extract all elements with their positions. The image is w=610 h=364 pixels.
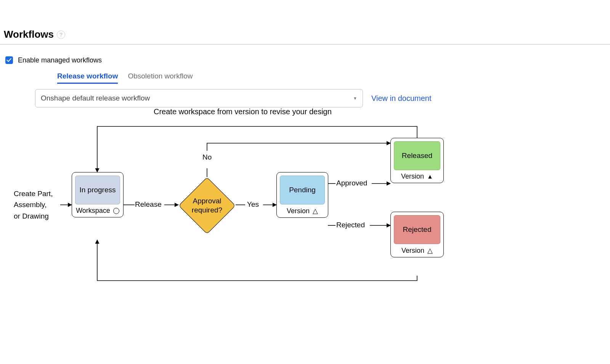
create-label: Create Part, Assembly, or Drawing [14, 188, 53, 222]
node-rejected-sub: Version [401, 247, 424, 255]
enable-label: Enable managed workflows [18, 56, 102, 64]
node-released-title: Released [394, 141, 440, 170]
page-title: Workflows ? [4, 4, 606, 44]
node-in-progress: In progress Workspace [72, 172, 124, 217]
workflow-select-value: Onshape default release workflow [41, 94, 150, 102]
workspace-circle-icon [113, 208, 119, 214]
edge-approved: Approved [336, 179, 367, 187]
diagram-top-hint: Create workspace from version to revise … [154, 107, 332, 116]
node-released: Released Version ▲ [390, 138, 444, 183]
version-solid-triangle-icon: ▲ [427, 173, 433, 180]
tabs: Release workflow Obsoletion workflow [4, 65, 606, 84]
edge-rejected: Rejected [336, 221, 365, 229]
node-released-sub: Version [401, 172, 424, 180]
node-pending-sub: Version [287, 207, 310, 215]
node-rejected: Rejected Version △ [390, 212, 444, 257]
tab-obsoletion-workflow[interactable]: Obsoletion workflow [128, 72, 193, 84]
chevron-down-icon: ▼ [353, 96, 357, 101]
edge-release: Release [135, 200, 162, 209]
enable-managed-workflows-checkbox[interactable] [5, 56, 13, 64]
node-in-progress-sub: Workspace [76, 207, 110, 215]
workflow-diagram: Create workspace from version to revise … [11, 107, 453, 283]
help-icon[interactable]: ? [57, 30, 65, 39]
node-pending-title: Pending [280, 176, 325, 204]
tab-release-workflow[interactable]: Release workflow [57, 72, 118, 84]
version-open-triangle-icon-2: △ [427, 246, 433, 255]
decision-text: Approval required? [182, 196, 232, 215]
view-in-document-link[interactable]: View in document [371, 94, 432, 103]
version-open-triangle-icon: △ [313, 207, 318, 215]
node-rejected-title: Rejected [394, 215, 440, 244]
decision-approval-required: Approval required? [178, 177, 236, 234]
node-in-progress-title: In progress [75, 176, 120, 204]
node-pending: Pending Version △ [276, 172, 328, 218]
edge-yes: Yes [247, 200, 259, 209]
page-title-text: Workflows [4, 29, 54, 40]
edge-no: No [202, 153, 212, 161]
workflow-select[interactable]: Onshape default release workflow ▼ [35, 89, 363, 107]
